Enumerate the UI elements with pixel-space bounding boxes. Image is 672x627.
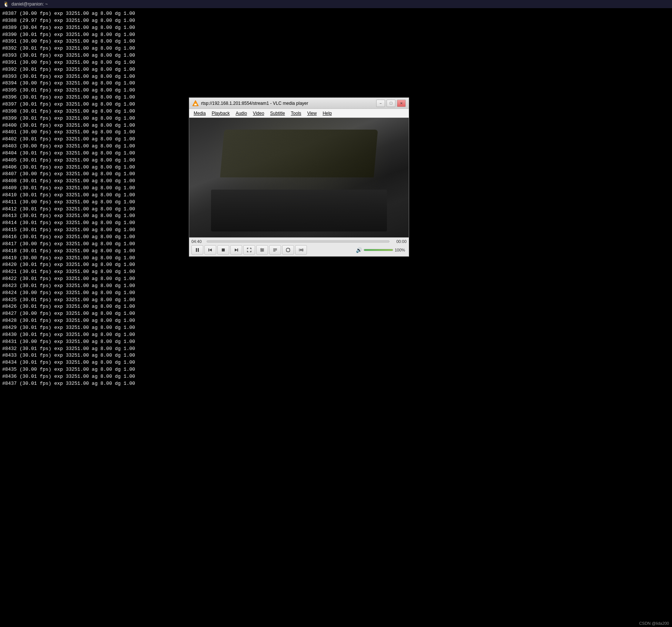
vlc-maximize-button[interactable]: □ (387, 100, 395, 107)
terminal-icon: 🐧 (3, 1, 9, 7)
vlc-fullscreen-button[interactable] (243, 245, 255, 255)
vlc-playlist-button[interactable] (269, 245, 281, 255)
terminal-line: #8437 (30.01 fps) exp 33251.00 ag 8.00 d… (2, 380, 670, 387)
svg-marker-25 (302, 249, 304, 250)
terminal-line: #8435 (30.00 fps) exp 33251.00 ag 8.00 d… (2, 366, 670, 373)
terminal-title-text: daniel@rpanion: ~ (11, 1, 48, 7)
terminal-line: #8391 (30.00 fps) exp 33251.00 ag 8.00 d… (2, 38, 670, 45)
vlc-minimize-button[interactable]: – (376, 100, 385, 107)
terminal-line: #8433 (30.01 fps) exp 33251.00 ag 8.00 d… (2, 352, 670, 359)
terminal-line: #8390 (30.01 fps) exp 33251.00 ag 8.00 d… (2, 31, 670, 39)
terminal-line: #8428 (30.01 fps) exp 33251.00 ag 8.00 d… (2, 317, 670, 324)
vlc-menu-subtitle[interactable]: Subtitle (267, 110, 288, 117)
terminal-line: #8434 (30.01 fps) exp 33251.00 ag 8.00 d… (2, 359, 670, 366)
vlc-menu-media[interactable]: Media (191, 110, 209, 117)
vlc-stop-button[interactable] (217, 245, 229, 255)
terminal-line: #8425 (30.01 fps) exp 33251.00 ag 8.00 d… (2, 297, 670, 304)
vlc-shuffle-button[interactable] (295, 245, 307, 255)
terminal-line: #8426 (30.01 fps) exp 33251.00 ag 8.00 d… (2, 303, 670, 310)
vlc-time-elapsed: 04:40 (191, 239, 204, 244)
vlc-close-button[interactable]: ✕ (397, 100, 406, 107)
vlc-loop-button[interactable] (282, 245, 294, 255)
terminal-title-bar: 🐧 daniel@rpanion: ~ (0, 0, 672, 8)
vlc-next-button[interactable] (230, 245, 242, 255)
svg-rect-2 (195, 105, 196, 106)
svg-marker-26 (302, 250, 304, 251)
terminal-line: #8393 (30.01 fps) exp 33251.00 ag 8.00 d… (2, 52, 670, 59)
terminal-line: #8429 (30.01 fps) exp 33251.00 ag 8.00 d… (2, 324, 670, 331)
vlc-window: rtsp://192.168.1.201:8554/stream1 - VLC … (189, 97, 409, 257)
vlc-volume-icon: 🔊 (356, 247, 362, 253)
svg-rect-9 (237, 249, 238, 251)
svg-point-15 (261, 251, 263, 252)
terminal-line: #8392 (30.01 fps) exp 33251.00 ag 8.00 d… (2, 66, 670, 73)
terminal-line: #8424 (30.00 fps) exp 33251.00 ag 8.00 d… (2, 290, 670, 297)
vlc-menu-audio[interactable]: Audio (233, 110, 250, 117)
terminal-line: #8431 (30.00 fps) exp 33251.00 ag 8.00 d… (2, 338, 670, 346)
terminal-line: #8387 (30.00 fps) exp 33251.00 ag 8.00 d… (2, 10, 670, 17)
vlc-time-remaining: 00:00 (392, 239, 407, 244)
vlc-video-canvas (189, 118, 409, 237)
svg-rect-6 (208, 249, 209, 251)
video-content-shape2 (211, 190, 387, 231)
terminal-line: #8420 (30.01 fps) exp 33251.00 ag 8.00 d… (2, 261, 670, 269)
terminal-line: #8430 (30.01 fps) exp 33251.00 ag 8.00 d… (2, 331, 670, 338)
vlc-progress-bar[interactable] (207, 240, 390, 243)
vlc-window-controls[interactable]: – □ ✕ (376, 100, 406, 107)
vlc-logo-icon (192, 100, 199, 107)
svg-marker-8 (235, 249, 237, 251)
terminal-line: #8423 (30.01 fps) exp 33251.00 ag 8.00 d… (2, 283, 670, 290)
terminal-line: #8422 (30.01 fps) exp 33251.00 ag 8.00 d… (2, 276, 670, 283)
vlc-titlebar[interactable]: rtsp://192.168.1.201:8554/stream1 - VLC … (189, 98, 409, 109)
svg-point-14 (263, 250, 264, 251)
vlc-pause-button[interactable] (191, 245, 203, 255)
terminal-line: #8421 (30.01 fps) exp 33251.00 ag 8.00 d… (2, 269, 670, 276)
vlc-menubar: Media Playback Audio Video Subtitle Tool… (189, 109, 409, 118)
vlc-prev-button[interactable] (204, 245, 216, 255)
vlc-buttons-row: 🔊 100% (191, 245, 407, 255)
vlc-menu-help[interactable]: Help (320, 110, 335, 117)
svg-point-13 (261, 249, 262, 250)
svg-rect-4 (198, 248, 199, 252)
terminal-line: #8432 (30.01 fps) exp 33251.00 ag 8.00 d… (2, 346, 670, 353)
vlc-extended-settings-button[interactable] (256, 245, 268, 255)
vlc-volume-bar[interactable] (364, 249, 393, 251)
video-content-shape1 (220, 130, 378, 177)
vlc-volume-area: 🔊 100% (356, 247, 407, 253)
vlc-window-title: rtsp://192.168.1.201:8554/stream1 - VLC … (201, 101, 376, 106)
terminal-line: #8391 (30.00 fps) exp 33251.00 ag 8.00 d… (2, 59, 670, 66)
vlc-menu-video[interactable]: Video (250, 110, 267, 117)
vlc-menu-playback[interactable]: Playback (209, 110, 233, 117)
terminal-line: #8436 (30.01 fps) exp 33251.00 ag 8.00 d… (2, 373, 670, 380)
watermark-text: CSDN @lida200 (639, 621, 669, 626)
terminal-line: #8388 (29.97 fps) exp 33251.00 ag 8.00 d… (2, 17, 670, 24)
terminal-line: #8427 (30.00 fps) exp 33251.00 ag 8.00 d… (2, 310, 670, 317)
vlc-menu-tools[interactable]: Tools (288, 110, 304, 117)
vlc-controls-panel: 04:40 00:00 (189, 237, 409, 256)
terminal-line: #8393 (30.01 fps) exp 33251.00 ag 8.00 d… (2, 73, 670, 80)
terminal-line: #8395 (30.01 fps) exp 33251.00 ag 8.00 d… (2, 87, 670, 94)
vlc-video-area[interactable] (189, 118, 409, 237)
svg-marker-5 (209, 249, 212, 251)
vlc-volume-label: 100% (395, 248, 407, 252)
vlc-progress-row: 04:40 00:00 (191, 239, 407, 244)
svg-rect-3 (196, 248, 197, 252)
vlc-menu-view[interactable]: View (304, 110, 320, 117)
terminal-line: #8394 (30.00 fps) exp 33251.00 ag 8.00 d… (2, 80, 670, 87)
svg-rect-7 (222, 249, 225, 251)
vlc-volume-filled (364, 249, 393, 251)
terminal-line: #8389 (30.04 fps) exp 33251.00 ag 8.00 d… (2, 24, 670, 31)
terminal-line: #8392 (30.01 fps) exp 33251.00 ag 8.00 d… (2, 45, 670, 52)
